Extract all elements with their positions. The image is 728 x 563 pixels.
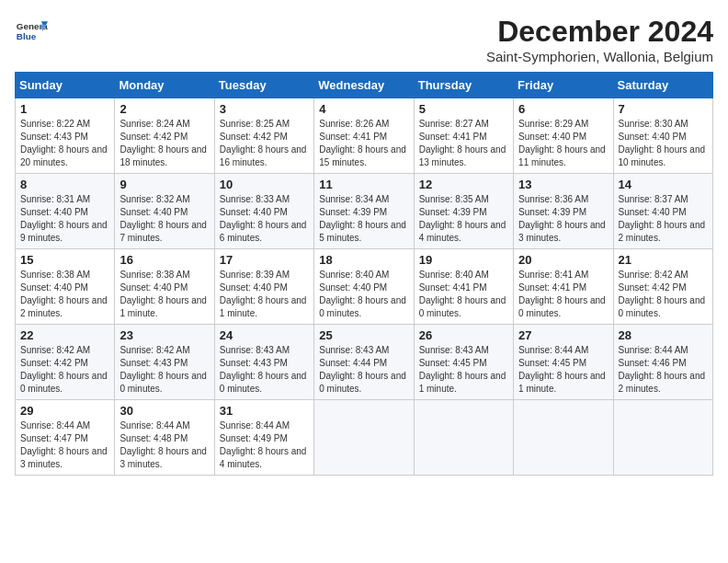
day-number: 5 — [419, 102, 508, 116]
day-info: Sunrise: 8:33 AM Sunset: 4:40 PM Dayligh… — [220, 193, 309, 245]
calendar-cell: 24 Sunrise: 8:43 AM Sunset: 4:43 PM Dayl… — [214, 325, 313, 400]
day-info: Sunrise: 8:44 AM Sunset: 4:45 PM Dayligh… — [518, 344, 608, 396]
calendar-cell: 2 Sunrise: 8:24 AM Sunset: 4:42 PM Dayli… — [115, 98, 214, 174]
day-number: 23 — [119, 328, 209, 342]
calendar-cell: 1 Sunrise: 8:22 AM Sunset: 4:43 PM Dayli… — [16, 98, 115, 174]
main-title: December 2024 — [486, 15, 713, 49]
weekday-header-tuesday: Tuesday — [214, 73, 313, 98]
day-number: 2 — [119, 102, 209, 116]
calendar-cell: 26 Sunrise: 8:43 AM Sunset: 4:45 PM Dayl… — [414, 325, 513, 400]
day-number: 10 — [220, 178, 309, 191]
calendar-cell: 31 Sunrise: 8:44 AM Sunset: 4:49 PM Dayl… — [214, 400, 313, 476]
weekday-header-monday: Monday — [115, 73, 214, 98]
day-info: Sunrise: 8:35 AM Sunset: 4:39 PM Dayligh… — [419, 193, 508, 245]
calendar-cell: 25 Sunrise: 8:43 AM Sunset: 4:44 PM Dayl… — [314, 325, 414, 400]
weekday-header-wednesday: Wednesday — [314, 73, 414, 98]
calendar-cell: 5 Sunrise: 8:27 AM Sunset: 4:41 PM Dayli… — [414, 98, 513, 174]
day-info: Sunrise: 8:29 AM Sunset: 4:40 PM Dayligh… — [518, 118, 608, 169]
day-number: 12 — [419, 178, 508, 191]
day-info: Sunrise: 8:42 AM Sunset: 4:43 PM Dayligh… — [119, 344, 209, 396]
day-info: Sunrise: 8:40 AM Sunset: 4:40 PM Dayligh… — [319, 269, 408, 320]
day-info: Sunrise: 8:44 AM Sunset: 4:46 PM Dayligh… — [619, 344, 708, 396]
calendar-cell: 19 Sunrise: 8:40 AM Sunset: 4:41 PM Dayl… — [414, 249, 513, 325]
day-number: 21 — [619, 253, 708, 267]
calendar-week-1: 1 Sunrise: 8:22 AM Sunset: 4:43 PM Dayli… — [16, 98, 713, 174]
day-number: 20 — [518, 253, 608, 267]
day-info: Sunrise: 8:43 AM Sunset: 4:44 PM Dayligh… — [319, 344, 408, 396]
day-number: 13 — [518, 178, 608, 191]
day-info: Sunrise: 8:34 AM Sunset: 4:39 PM Dayligh… — [319, 193, 408, 245]
day-number: 6 — [518, 102, 608, 116]
day-number: 22 — [20, 328, 109, 342]
calendar-cell: 21 Sunrise: 8:42 AM Sunset: 4:42 PM Dayl… — [613, 249, 712, 325]
day-info: Sunrise: 8:42 AM Sunset: 4:42 PM Dayligh… — [20, 344, 109, 396]
calendar-cell: 20 Sunrise: 8:41 AM Sunset: 4:41 PM Dayl… — [514, 249, 613, 325]
day-number: 11 — [319, 178, 408, 191]
day-info: Sunrise: 8:27 AM Sunset: 4:41 PM Dayligh… — [419, 118, 508, 169]
title-block: December 2024 Saint-Symphorien, Wallonia… — [486, 15, 713, 64]
day-number: 9 — [119, 178, 209, 191]
day-info: Sunrise: 8:42 AM Sunset: 4:42 PM Dayligh… — [619, 269, 708, 320]
calendar-cell: 4 Sunrise: 8:26 AM Sunset: 4:41 PM Dayli… — [314, 98, 414, 174]
calendar-cell: 9 Sunrise: 8:32 AM Sunset: 4:40 PM Dayli… — [115, 174, 214, 249]
day-info: Sunrise: 8:39 AM Sunset: 4:40 PM Dayligh… — [220, 269, 309, 320]
day-number: 25 — [319, 328, 408, 342]
calendar-cell: 14 Sunrise: 8:37 AM Sunset: 4:40 PM Dayl… — [613, 174, 712, 249]
calendar-cell: 6 Sunrise: 8:29 AM Sunset: 4:40 PM Dayli… — [514, 98, 613, 174]
day-number: 26 — [419, 328, 508, 342]
calendar-cell: 18 Sunrise: 8:40 AM Sunset: 4:40 PM Dayl… — [314, 249, 414, 325]
page-header: General Blue December 2024 Saint-Symphor… — [15, 15, 713, 64]
day-info: Sunrise: 8:31 AM Sunset: 4:40 PM Dayligh… — [20, 193, 109, 245]
calendar-cell: 27 Sunrise: 8:44 AM Sunset: 4:45 PM Dayl… — [514, 325, 613, 400]
day-number: 17 — [220, 253, 309, 267]
day-info: Sunrise: 8:38 AM Sunset: 4:40 PM Dayligh… — [20, 269, 109, 320]
day-number: 7 — [619, 102, 708, 116]
day-info: Sunrise: 8:30 AM Sunset: 4:40 PM Dayligh… — [619, 118, 708, 169]
day-number: 29 — [20, 404, 109, 418]
calendar-cell: 10 Sunrise: 8:33 AM Sunset: 4:40 PM Dayl… — [214, 174, 313, 249]
svg-text:Blue: Blue — [17, 31, 37, 41]
logo: General Blue — [15, 15, 51, 48]
calendar-table: SundayMondayTuesdayWednesdayThursdayFrid… — [15, 72, 713, 476]
calendar-cell: 7 Sunrise: 8:30 AM Sunset: 4:40 PM Dayli… — [613, 98, 712, 174]
weekday-header-thursday: Thursday — [414, 73, 513, 98]
day-info: Sunrise: 8:44 AM Sunset: 4:48 PM Dayligh… — [119, 419, 209, 471]
calendar-cell — [414, 400, 513, 476]
calendar-cell: 28 Sunrise: 8:44 AM Sunset: 4:46 PM Dayl… — [613, 325, 712, 400]
day-number: 1 — [20, 102, 109, 116]
day-number: 3 — [220, 102, 309, 116]
calendar-cell: 15 Sunrise: 8:38 AM Sunset: 4:40 PM Dayl… — [16, 249, 115, 325]
day-info: Sunrise: 8:37 AM Sunset: 4:40 PM Dayligh… — [619, 193, 708, 245]
day-number: 31 — [220, 404, 309, 418]
weekday-header-saturday: Saturday — [613, 73, 712, 98]
day-info: Sunrise: 8:36 AM Sunset: 4:39 PM Dayligh… — [518, 193, 608, 245]
calendar-cell — [613, 400, 712, 476]
calendar-cell: 22 Sunrise: 8:42 AM Sunset: 4:42 PM Dayl… — [16, 325, 115, 400]
calendar-cell: 23 Sunrise: 8:42 AM Sunset: 4:43 PM Dayl… — [115, 325, 214, 400]
calendar-cell — [514, 400, 613, 476]
calendar-cell: 17 Sunrise: 8:39 AM Sunset: 4:40 PM Dayl… — [214, 249, 313, 325]
day-number: 19 — [419, 253, 508, 267]
day-info: Sunrise: 8:41 AM Sunset: 4:41 PM Dayligh… — [518, 269, 608, 320]
day-number: 27 — [518, 328, 608, 342]
day-number: 16 — [119, 253, 209, 267]
calendar-cell: 12 Sunrise: 8:35 AM Sunset: 4:39 PM Dayl… — [414, 174, 513, 249]
day-info: Sunrise: 8:25 AM Sunset: 4:42 PM Dayligh… — [220, 118, 309, 169]
day-info: Sunrise: 8:32 AM Sunset: 4:40 PM Dayligh… — [119, 193, 209, 245]
day-number: 24 — [220, 328, 309, 342]
calendar-week-5: 29 Sunrise: 8:44 AM Sunset: 4:47 PM Dayl… — [16, 400, 713, 476]
calendar-week-2: 8 Sunrise: 8:31 AM Sunset: 4:40 PM Dayli… — [16, 174, 713, 249]
calendar-cell: 3 Sunrise: 8:25 AM Sunset: 4:42 PM Dayli… — [214, 98, 313, 174]
weekday-header-sunday: Sunday — [16, 73, 115, 98]
calendar-cell: 29 Sunrise: 8:44 AM Sunset: 4:47 PM Dayl… — [16, 400, 115, 476]
day-info: Sunrise: 8:44 AM Sunset: 4:49 PM Dayligh… — [220, 419, 309, 471]
day-number: 15 — [20, 253, 109, 267]
day-number: 8 — [20, 178, 109, 191]
calendar-week-4: 22 Sunrise: 8:42 AM Sunset: 4:42 PM Dayl… — [16, 325, 713, 400]
calendar-cell: 16 Sunrise: 8:38 AM Sunset: 4:40 PM Dayl… — [115, 249, 214, 325]
calendar-week-3: 15 Sunrise: 8:38 AM Sunset: 4:40 PM Dayl… — [16, 249, 713, 325]
subtitle: Saint-Symphorien, Wallonia, Belgium — [486, 49, 713, 64]
day-number: 18 — [319, 253, 408, 267]
calendar-header-row: SundayMondayTuesdayWednesdayThursdayFrid… — [16, 73, 713, 98]
calendar-cell — [314, 400, 414, 476]
